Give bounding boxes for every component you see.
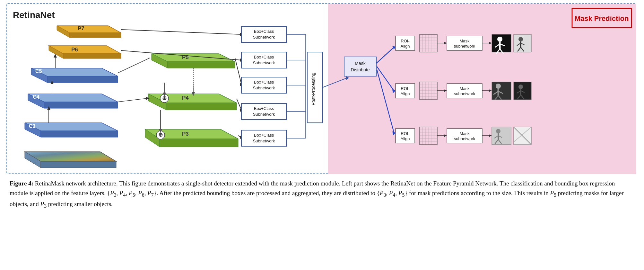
svg-marker-37 — [160, 139, 238, 147]
svg-text:Align: Align — [401, 91, 410, 96]
figure-caption: Figure 4: RetinaMask network architectur… — [6, 179, 636, 210]
svg-text:ROI-: ROI- — [401, 86, 409, 91]
svg-line-45 — [121, 30, 241, 34]
svg-rect-184 — [492, 127, 511, 145]
svg-text:Mask: Mask — [459, 39, 470, 43]
retina-net-label: RetinaNet — [13, 10, 55, 20]
svg-point-185 — [496, 129, 500, 133]
p6-label: P6 — [71, 47, 78, 53]
svg-marker-12 — [47, 76, 118, 83]
svg-text:Subnetwork: Subnetwork — [253, 86, 275, 90]
svg-text:Subnetwork: Subnetwork — [253, 139, 275, 143]
svg-text:Distribute: Distribute — [351, 67, 370, 72]
c4-label: C4 — [33, 94, 39, 100]
svg-text:Mask: Mask — [459, 86, 470, 91]
p3-label: P3 — [182, 131, 189, 137]
svg-marker-3 — [41, 161, 116, 168]
svg-text:Box+Class: Box+Class — [254, 133, 274, 138]
svg-rect-81 — [344, 57, 376, 76]
svg-marker-24 — [70, 33, 121, 38]
svg-line-51 — [237, 99, 241, 110]
svg-line-42 — [118, 58, 150, 73]
svg-marker-27 — [168, 62, 235, 68]
svg-text:Subnetwork: Subnetwork — [253, 35, 275, 40]
c5-label: C5 — [35, 68, 42, 74]
svg-line-49 — [235, 58, 241, 84]
svg-text:Subnetwork: Subnetwork — [253, 60, 275, 65]
svg-rect-148 — [492, 82, 511, 100]
p7-label: P7 — [78, 25, 84, 32]
svg-text:Align: Align — [401, 136, 410, 141]
mask-prediction-title: Mask Prediction — [575, 14, 629, 22]
svg-text:subnetwork: subnetwork — [454, 91, 475, 96]
svg-point-149 — [496, 84, 501, 89]
svg-text:Mask: Mask — [355, 61, 366, 66]
svg-marker-30 — [166, 103, 237, 110]
svg-marker-6 — [41, 131, 118, 137]
svg-text:Mask: Mask — [459, 131, 470, 136]
svg-point-156 — [518, 85, 523, 89]
svg-text:subnetwork: subnetwork — [454, 44, 475, 49]
svg-marker-9 — [44, 102, 118, 108]
svg-text:Box+Class: Box+Class — [254, 80, 274, 85]
architecture-diagram: RetinaNet C3 C4 — [6, 3, 636, 174]
svg-text:ROI-: ROI- — [401, 131, 409, 136]
figure-number: Figure 4: — [10, 180, 33, 187]
svg-point-113 — [497, 37, 502, 42]
svg-text:Box+Class: Box+Class — [254, 55, 274, 59]
svg-text:Post-Processing: Post-Processing — [311, 73, 316, 105]
svg-rect-112 — [492, 34, 511, 52]
svg-marker-21 — [63, 54, 121, 59]
svg-text:Subnetwork: Subnetwork — [253, 112, 275, 117]
caption-text: RetinaMask network architecture. This fi… — [10, 180, 624, 207]
svg-text:Box+Class: Box+Class — [254, 29, 274, 34]
svg-text:Box+Class: Box+Class — [254, 106, 274, 111]
svg-line-43 — [118, 98, 147, 102]
svg-text:ROI-: ROI- — [401, 39, 409, 43]
svg-text:Align: Align — [401, 44, 410, 49]
diagram-svg: RetinaNet C3 C4 — [7, 4, 636, 174]
p4-label: P4 — [182, 95, 189, 101]
svg-text:subnetwork: subnetwork — [454, 136, 475, 141]
c3-label: C3 — [29, 123, 36, 129]
svg-point-120 — [518, 37, 523, 41]
